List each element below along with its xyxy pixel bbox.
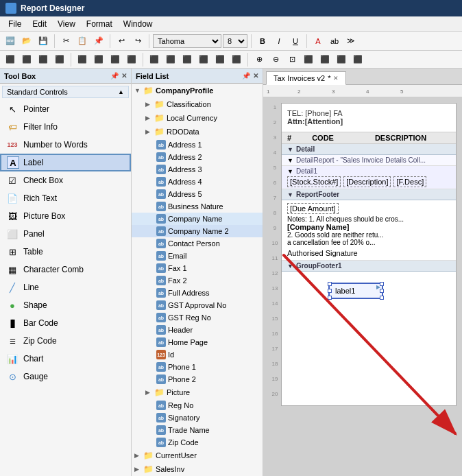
format16[interactable]: ⬛ <box>334 52 349 67</box>
zoom-in-button[interactable]: ⊕ <box>252 52 267 67</box>
collapse-groupfooter-icon[interactable]: ▼ <box>287 263 293 270</box>
tree-phone1[interactable]: ab Phone 1 <box>132 361 263 373</box>
format3[interactable]: ⬛ <box>108 52 123 67</box>
tool-filterinfo[interactable]: 🏷 Filter Info <box>0 118 131 136</box>
tool-numbertowords[interactable]: 123 Number to Words <box>0 136 131 154</box>
format7[interactable]: ⬛ <box>180 52 195 67</box>
tree-zipcode[interactable]: ab Zip Code <box>132 436 263 449</box>
tree-companyname2[interactable]: ab Company Name 2 <box>132 225 263 237</box>
fieldlist-close-icon[interactable]: ✕ <box>253 72 258 80</box>
field-stockno[interactable]: [Stock.Stock#] <box>287 176 341 187</box>
zoom-out-button[interactable]: ⊖ <box>268 52 283 67</box>
underline-button[interactable]: U <box>288 34 303 49</box>
tree-contactperson[interactable]: ab Contact Person <box>132 237 263 250</box>
indent-button[interactable]: ⬛ <box>75 52 90 67</box>
tree-root-companyprofile[interactable]: ▼ 📁 CompanyProfile <box>132 84 263 97</box>
handle-bottomright[interactable] <box>380 296 384 300</box>
paste-button[interactable]: 📌 <box>91 34 106 49</box>
align-left-button[interactable]: ⬛ <box>3 52 18 67</box>
tree-address5[interactable]: ab Address 5 <box>132 188 263 200</box>
tool-picturebox[interactable]: 🖼 Picture Box <box>0 207 131 225</box>
tool-gauge[interactable]: ⊙ Gauge <box>0 368 131 385</box>
report-canvas[interactable]: 1 2 3 4 5 6 7 8 9 10 11 12 13 14 15 16 1 <box>263 97 462 476</box>
handle-middleleft[interactable] <box>328 289 332 293</box>
fieldlist-pin-icon[interactable]: 📌 <box>242 72 250 80</box>
tree-classification[interactable]: ▶ 📁 Classification <box>132 97 263 111</box>
fit-button[interactable]: ⊡ <box>284 52 300 67</box>
tree-address4[interactable]: ab Address 4 <box>132 176 263 188</box>
toolbox-pin-icon[interactable]: 📌 <box>110 72 119 80</box>
outdent-button[interactable]: ⬛ <box>91 52 106 67</box>
tree-fax1[interactable]: ab Fax 1 <box>132 262 263 274</box>
field-fdesc[interactable]: [F.Desc] <box>393 176 426 187</box>
bold-button[interactable]: B <box>255 34 270 49</box>
format9[interactable]: ⬛ <box>212 52 228 67</box>
tree-address1[interactable]: ab Address 1 <box>132 139 263 151</box>
menu-view[interactable]: View <box>52 18 81 30</box>
tab-close-icon[interactable]: ✕ <box>333 75 339 82</box>
tree-homepage[interactable]: ab Home Page <box>132 336 263 348</box>
field-description[interactable]: [Description] <box>343 176 391 187</box>
open-button[interactable]: 📂 <box>19 34 34 49</box>
tool-label[interactable]: A Label <box>0 154 131 171</box>
collapse-detail-icon[interactable]: ▼ <box>287 146 293 153</box>
font-name-select[interactable]: Tahoma <box>153 34 221 48</box>
tool-shape[interactable]: ● Shape <box>0 296 131 314</box>
more-button[interactable]: ≫ <box>343 34 358 49</box>
tree-address2[interactable]: ab Address 2 <box>132 151 263 163</box>
undo-button[interactable]: ↩ <box>114 34 129 49</box>
format17[interactable]: ⬛ <box>350 52 365 67</box>
tree-rdodata[interactable]: ▶ 📁 RDOData <box>132 125 263 139</box>
tool-zipcode[interactable]: ☰ Zip Code <box>0 332 131 350</box>
font-size-select[interactable]: 8 <box>223 34 247 48</box>
cut-button[interactable]: ✂ <box>58 34 73 49</box>
align-justify-button[interactable]: ⬛ <box>52 52 67 67</box>
tree-fulladdress[interactable]: ab Full Address <box>132 287 263 299</box>
tab-taxinvoices[interactable]: Tax Invoices v2 * ✕ <box>266 71 346 85</box>
tool-pointer[interactable]: ↖ Pointer <box>0 100 131 118</box>
tree-address3[interactable]: ab Address 3 <box>132 163 263 176</box>
tool-table[interactable]: ⊞ Table <box>0 243 131 261</box>
highlight-button[interactable]: ab <box>327 34 342 49</box>
tree-tradename[interactable]: ab Trade Name <box>132 424 263 436</box>
handle-topleft[interactable] <box>328 282 332 286</box>
collapse-reportfooter-icon[interactable]: ▼ <box>287 191 293 198</box>
align-right-button[interactable]: ⬛ <box>36 52 51 67</box>
tool-line[interactable]: ╱ Line <box>0 278 131 296</box>
tree-gstapproval[interactable]: ab GST Approval No <box>132 299 263 311</box>
tree-gstregno[interactable]: ab GST Reg No <box>132 311 263 324</box>
tree-header[interactable]: ab Header <box>132 324 263 336</box>
format15[interactable]: ⬛ <box>317 52 332 67</box>
grid-button[interactable]: ⬛ <box>163 52 178 67</box>
tree-picture[interactable]: ▶ 📁 Picture <box>132 385 263 399</box>
format14[interactable]: ⬛ <box>301 52 316 67</box>
tree-id[interactable]: 123 Id <box>132 348 263 361</box>
tool-chart[interactable]: 📊 Chart <box>0 350 131 368</box>
format4[interactable]: ⬛ <box>124 52 139 67</box>
align-center-button[interactable]: ⬛ <box>19 52 34 67</box>
label1-container[interactable]: label1 ▶ <box>328 283 383 299</box>
redo-button[interactable]: ↪ <box>130 34 145 49</box>
tree-email[interactable]: ab Email <box>132 250 263 262</box>
menu-format[interactable]: Format <box>81 18 118 30</box>
label1-element[interactable]: label1 ▶ <box>328 283 383 299</box>
tree-salesinv[interactable]: ▶ 📁 SalesInv <box>132 462 263 476</box>
tree-companyname[interactable]: ab Company Name <box>132 213 263 225</box>
tree-currentuser[interactable]: ▶ 📁 CurrentUser <box>132 449 263 462</box>
tree-localcurrency[interactable]: ▶ 📁 Local Currency <box>132 111 263 125</box>
toolbox-close-icon[interactable]: ✕ <box>121 72 127 80</box>
tool-panel[interactable]: ⬜ Panel <box>0 225 131 243</box>
standard-controls-header[interactable]: Standard Controls ▲ <box>2 86 129 98</box>
snap-button[interactable]: ⬛ <box>147 52 162 67</box>
copy-button[interactable]: 📋 <box>75 34 90 49</box>
due-amount-field[interactable]: [Due Amount] <box>287 203 450 214</box>
handle-bottomleft[interactable] <box>328 296 332 300</box>
font-color-button[interactable]: A <box>311 34 326 49</box>
italic-button[interactable]: I <box>271 34 287 49</box>
tree-signatory[interactable]: ab Signatory <box>132 412 263 424</box>
tool-richtext[interactable]: 📄 Rich Text <box>0 189 131 207</box>
format8[interactable]: ⬛ <box>196 52 211 67</box>
tree-businessnature[interactable]: ab Business Nature <box>132 200 263 213</box>
tool-charactercomb[interactable]: ▦ Character Comb <box>0 261 131 278</box>
tool-barcode[interactable]: ▐▌ Bar Code <box>0 314 131 332</box>
